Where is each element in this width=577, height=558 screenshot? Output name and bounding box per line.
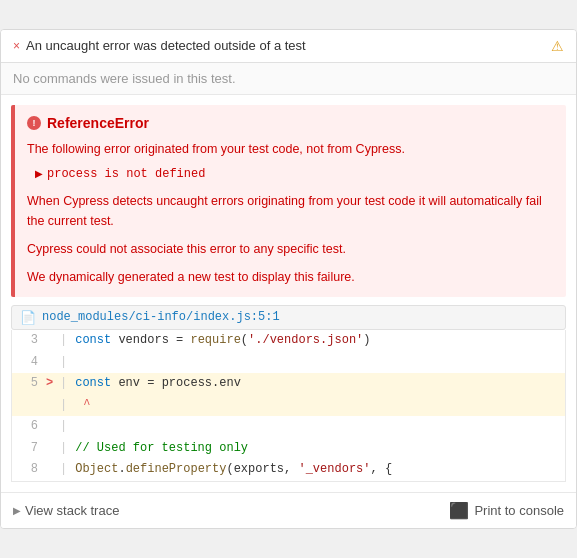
file-path: node_modules/ci-info/index.js:5:1: [42, 310, 280, 324]
file-icon: 📄: [20, 310, 36, 325]
panel-footer: ▶ View stack trace ⬛ Print to console: [1, 492, 576, 528]
chevron-right-icon: ▶: [35, 168, 43, 179]
print-to-console-label: Print to console: [474, 503, 564, 518]
pipe-7: |: [60, 438, 67, 460]
view-stack-trace-label: View stack trace: [25, 503, 119, 518]
line-num-7: 7: [20, 438, 38, 460]
line-num-6: 6: [20, 416, 38, 438]
no-commands-bar: No commands were issued in this test.: [1, 63, 576, 95]
line-content-5: const env = process.env: [75, 373, 241, 395]
line-num-8: 8: [20, 459, 38, 481]
pipe-8: |: [60, 459, 67, 481]
error-block: ! ReferenceError The following error ori…: [11, 105, 566, 297]
header-left: × An uncaught error was detected outside…: [13, 38, 306, 53]
error-type: ReferenceError: [47, 115, 149, 131]
print-icon: ⬛: [449, 501, 469, 520]
code-line-3: 3 | const vendors = require('./vendors.j…: [12, 330, 565, 352]
line-content-7: // Used for testing only: [75, 438, 248, 460]
close-icon[interactable]: ×: [13, 39, 20, 53]
pipe-4: |: [60, 352, 67, 374]
view-stack-trace-button[interactable]: ▶ View stack trace: [13, 503, 119, 518]
file-path-bar: 📄 node_modules/ci-info/index.js:5:1: [11, 305, 566, 330]
error-message2: When Cypress detects uncaught errors ori…: [27, 191, 554, 231]
error-message1: The following error originated from your…: [27, 139, 554, 159]
chevron-right-small-icon: ▶: [13, 505, 21, 516]
code-line-4: 4 |: [12, 352, 565, 374]
print-to-console-button[interactable]: ⬛ Print to console: [449, 501, 564, 520]
error-code-phrase-row: ▶ process is not defined: [35, 167, 554, 181]
code-line-6: 6 |: [12, 416, 565, 438]
pipe-spacer: |: [60, 395, 67, 417]
line-num-3: 3: [20, 330, 38, 352]
pipe-3: |: [60, 330, 67, 352]
pipe-6: |: [60, 416, 67, 438]
panel-header: × An uncaught error was detected outside…: [1, 30, 576, 63]
warning-icon: ⚠: [551, 38, 564, 54]
code-line-7: 7 | // Used for testing only: [12, 438, 565, 460]
error-title-row: ! ReferenceError: [27, 115, 554, 131]
error-message4: We dynamically generated a new test to d…: [27, 267, 554, 287]
error-dot-icon: !: [27, 116, 41, 130]
no-commands-text: No commands were issued in this test.: [13, 71, 236, 86]
panel-title: An uncaught error was detected outside o…: [26, 38, 306, 53]
line-num-4: 4: [20, 352, 38, 374]
code-block: 3 | const vendors = require('./vendors.j…: [11, 330, 566, 482]
line-num-5: 5: [20, 373, 38, 395]
code-line-5: 5 > | const env = process.env: [12, 373, 565, 395]
line-content-3: const vendors = require('./vendors.json'…: [75, 330, 370, 352]
error-message3: Cypress could not associate this error t…: [27, 239, 554, 259]
caret-symbol: ^: [83, 395, 90, 417]
error-panel: × An uncaught error was detected outside…: [0, 29, 577, 529]
error-code-phrase: process is not defined: [47, 167, 205, 181]
line-arrow-5: >: [46, 373, 60, 395]
caret-line: | ^: [12, 395, 565, 417]
line-content-8: Object.defineProperty(exports, '_vendors…: [75, 459, 392, 481]
code-line-8: 8 | Object.defineProperty(exports, '_ven…: [12, 459, 565, 481]
pipe-5: |: [60, 373, 67, 395]
